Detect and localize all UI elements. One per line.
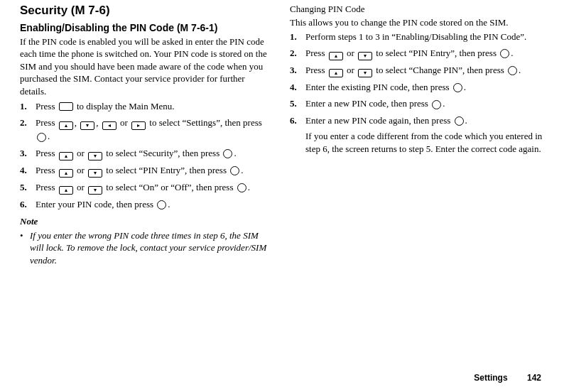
step-number: 6. [290, 114, 305, 127]
step-item: 5.Press ▴ or ▾ to select “On” or “Off”, … [20, 181, 273, 195]
ok-key-icon [157, 199, 166, 212]
step-item: 4.Press ▴ or ▾ to select “PIN Entry”, th… [20, 164, 273, 178]
step-item: 2.Press ▴ or ▾ to select “PIN Entry”, th… [290, 47, 543, 60]
step-number: 4. [20, 164, 36, 177]
steps-list-right: 1.Perform steps 1 to 3 in “Enabling/Disa… [290, 31, 543, 155]
intro-paragraph: If the PIN code is enabled you will be a… [20, 36, 273, 98]
subsection-title-text: Enabling/Disabling the PIN Code [20, 22, 174, 33]
ok-key-icon [500, 48, 509, 60]
up-key-icon: ▴ [59, 182, 73, 195]
up-key-icon: ▴ [59, 148, 73, 160]
step-followup: If you enter a code different from the c… [305, 130, 543, 155]
step-number: 6. [20, 198, 36, 211]
step-item: 4.Enter the existing PIN code, then pres… [290, 81, 543, 94]
step-text: Enter a new PIN code, then press . [305, 97, 543, 111]
step-text: Press to display the Main Menu. [36, 100, 273, 114]
step-number: 1. [290, 31, 305, 43]
step-text: Press ▴ or ▾ to select “Security”, then … [36, 147, 273, 160]
step-text: Enter your PIN code, then press . [36, 198, 273, 212]
section-ref: (M 7-6) [67, 4, 110, 17]
ok-key-icon [37, 131, 46, 144]
footer-section: Settings [474, 373, 507, 383]
step-number: 3. [290, 64, 305, 77]
ok-key-icon [237, 182, 246, 195]
section-title-text: Security [20, 4, 67, 17]
step-text: Press ▴ or ▾ to select “On” or “Off”, th… [36, 181, 273, 195]
step-item: 3.Press ▴ or ▾ to select “Security”, the… [20, 147, 273, 160]
ok-key-icon [230, 165, 239, 178]
step-text: Press ▴, ▾, ◂ or ▸ to select “Settings”,… [36, 116, 273, 143]
step-item: 5.Enter a new PIN code, then press . [290, 97, 543, 111]
down-key-icon: ▾ [358, 48, 372, 60]
step-text: Perform steps 1 to 3 in “Enabling/Disabl… [305, 31, 543, 43]
subsection-ref: (M 7-6-1) [174, 22, 217, 33]
step-number: 2. [290, 47, 305, 60]
manual-page: Security (M 7-6) Enabling/Disabling the … [0, 0, 564, 266]
note-list: • If you enter the wrong PIN code three … [20, 229, 273, 267]
step-item: 6.Enter your PIN code, then press . [20, 198, 273, 212]
up-key-icon: ▴ [59, 165, 73, 178]
menu-key-icon [59, 101, 73, 114]
right-column: Changing PIN Code This allows you to cha… [290, 3, 543, 266]
down-key-icon: ▾ [80, 117, 94, 130]
down-key-icon: ▾ [88, 182, 102, 195]
step-text: Press ▴ or ▾ to select “PIN Entry”, then… [305, 47, 543, 60]
note-bullet: • [20, 229, 30, 267]
subheading: Changing PIN Code [290, 3, 543, 16]
left-column: Security (M 7-6) Enabling/Disabling the … [20, 3, 273, 266]
ok-key-icon [223, 148, 232, 160]
ok-key-icon [455, 115, 464, 128]
up-key-icon: ▴ [59, 117, 73, 130]
right-key-icon: ▸ [131, 117, 146, 130]
step-number: 3. [20, 147, 36, 160]
section-heading: Security (M 7-6) [20, 3, 273, 19]
step-number: 5. [290, 97, 305, 110]
step-text: Press ▴ or ▾ to select “PIN Entry”, then… [36, 164, 273, 178]
step-item: 6.Enter a new PIN code again, then press… [290, 114, 543, 155]
step-text: Enter a new PIN code again, then press .… [305, 114, 543, 155]
down-key-icon: ▾ [358, 65, 372, 77]
down-key-icon: ▾ [88, 148, 102, 160]
step-item: 2.Press ▴, ▾, ◂ or ▸ to select “Settings… [20, 116, 273, 143]
step-number: 4. [290, 81, 305, 94]
ok-key-icon [508, 65, 517, 77]
step-text: Press ▴ or ▾ to select “Change PIN”, the… [305, 64, 543, 77]
step-item: 3.Press ▴ or ▾ to select “Change PIN”, t… [290, 64, 543, 77]
up-key-icon: ▴ [329, 48, 343, 60]
ok-key-icon [432, 99, 441, 111]
subsection-heading: Enabling/Disabling the PIN Code (M 7-6-1… [20, 21, 273, 35]
step-number: 1. [20, 100, 36, 113]
down-key-icon: ▾ [88, 165, 102, 178]
step-text: Enter the existing PIN code, then press … [305, 81, 543, 94]
steps-list-left: 1.Press to display the Main Menu.2.Press… [20, 100, 273, 212]
step-number: 2. [20, 116, 36, 129]
note-text: If you enter the wrong PIN code three ti… [30, 229, 273, 267]
step-item: 1.Perform steps 1 to 3 in “Enabling/Disa… [290, 31, 543, 43]
intro-paragraph: This allows you to change the PIN code s… [290, 16, 543, 29]
note-item: • If you enter the wrong PIN code three … [20, 229, 273, 267]
step-item: 1.Press to display the Main Menu. [20, 100, 273, 114]
note-heading: Note [20, 215, 273, 228]
step-number: 5. [20, 181, 36, 194]
page-footer: Settings 142 [474, 372, 541, 383]
up-key-icon: ▴ [329, 65, 343, 77]
footer-page-number: 142 [527, 373, 541, 383]
left-key-icon: ◂ [102, 117, 116, 130]
ok-key-icon [453, 82, 462, 94]
